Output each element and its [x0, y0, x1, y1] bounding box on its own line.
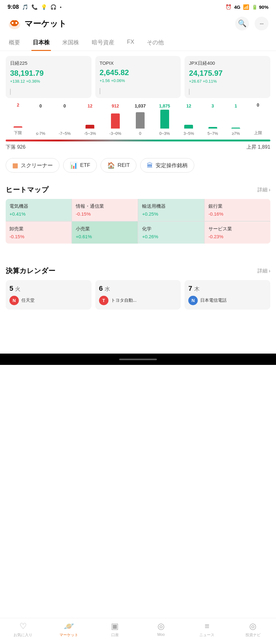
heatmap-pct-0: +0.41%: [9, 211, 68, 217]
dist-col-0: 2 下限: [14, 102, 22, 136]
dist-col-5: 1,037 0: [135, 103, 146, 136]
nikkei-value: 38,191.79: [10, 69, 87, 78]
dist-bar-3: [86, 125, 94, 129]
index-card-jpx400[interactable]: JPX日経400 24,175.97 +26.67 +0.11%: [185, 56, 270, 98]
nikkei-name: 日経225: [10, 60, 87, 66]
heatmap-cell-0[interactable]: 電気機器 +0.41%: [6, 199, 71, 221]
nav-market-label: マーケット: [59, 632, 78, 638]
system-bar: [0, 354, 276, 365]
calendar-day-5[interactable]: 5 火 N 任天堂: [6, 280, 91, 310]
heatmap-label-1: 情報・通信業: [76, 203, 134, 209]
nav-moo[interactable]: ◎ Moo: [148, 621, 174, 638]
dist-count-2: 0: [63, 103, 66, 108]
header-left: マーケット: [8, 17, 67, 30]
topix-name: TOPIX: [100, 60, 177, 66]
nav-investment[interactable]: ◎ 投資ナビ: [240, 621, 266, 638]
dist-bar-9: [231, 128, 240, 129]
ntt-logo: N: [188, 296, 198, 305]
tab-fx[interactable]: FX: [126, 36, 135, 51]
tab-bar: 概要 日本株 米国株 暗号資産 FX その他: [0, 36, 276, 51]
screener-button[interactable]: ▦ スクリーナー: [6, 158, 59, 173]
stable-stocks-button[interactable]: 🏛 安定操作銘柄: [140, 158, 194, 173]
heatmap-cell-6[interactable]: 化学 +0.26%: [138, 222, 204, 244]
calendar-day-7[interactable]: 7 木 N 日本電信電話: [185, 280, 270, 310]
etf-button[interactable]: 📊 ETF: [63, 158, 97, 173]
nav-news-label: ニュース: [199, 632, 214, 638]
dist-barwrap-2: [60, 110, 69, 129]
etf-icon: 📊: [70, 162, 78, 169]
tab-other[interactable]: その他: [146, 36, 165, 51]
nintendo-logo: N: [9, 296, 19, 305]
fall-rise-row: 下落 926 上昇 1,891: [0, 144, 276, 151]
heatmap-cell-5[interactable]: 小売業 +0.61%: [72, 222, 138, 244]
calendar-detail-link[interactable]: 詳細 ›: [257, 268, 270, 274]
planet-icon: 🪐: [64, 621, 74, 631]
status-bar: 9:08 🎵 📞 💡 🎧 ● ⏰ 4G 📶 🔋 90%: [0, 0, 276, 13]
heatmap-label-2: 輸送用機器: [142, 203, 200, 209]
nav-market[interactable]: 🪐 マーケット: [56, 621, 81, 638]
heatmap-pct-4: -0.15%: [9, 234, 68, 239]
app-header: マーケット 🔍 ···: [0, 13, 276, 36]
color-gradient-bar: [6, 140, 270, 141]
moo-icon: ◎: [157, 621, 165, 631]
nikkei-chart: [10, 86, 87, 95]
tab-japan-stocks[interactable]: 日本株: [31, 36, 51, 51]
nav-news[interactable]: ≡ ニュース: [194, 621, 219, 638]
tab-crypto[interactable]: 暗号資産: [91, 36, 116, 51]
nav-account[interactable]: ▣ 口座: [102, 621, 128, 638]
dist-barwrap-8: [208, 110, 217, 129]
nav-favorites[interactable]: ♡ お気に入り: [10, 621, 36, 638]
chevron-right-icon: ›: [269, 187, 270, 193]
jpx400-name: JPX日経400: [189, 60, 266, 66]
page-title: マーケット: [25, 18, 67, 29]
index-card-topix[interactable]: TOPIX 2,645.82 +1.56 +0.06%: [95, 56, 181, 98]
status-time: 9:08 🎵 📞 💡 🎧 ●: [8, 4, 62, 10]
dist-label-7: 3~5%: [184, 131, 194, 136]
dist-bar-5: [136, 112, 145, 129]
more-icon: ···: [260, 20, 263, 27]
heatmap-label-7: サービス業: [208, 226, 267, 232]
calendar-title: 決算カレンダー: [6, 266, 55, 276]
audio-icon: 🎧: [50, 4, 57, 10]
battery-label: 🔋 90%: [252, 4, 268, 10]
menu-button[interactable]: ···: [255, 17, 268, 30]
topix-change: +1.56 +0.06%: [100, 78, 177, 83]
dist-label-1: ≤-7%: [36, 131, 45, 136]
search-button[interactable]: 🔍: [235, 17, 249, 30]
heatmap-detail-link[interactable]: 詳細 ›: [257, 187, 270, 193]
chevron-right-icon: ›: [269, 268, 270, 274]
dot-icon: ●: [60, 5, 62, 9]
cal-day-5: 5 火: [9, 284, 88, 293]
index-card-nikkei[interactable]: 日経225 38,191.79 +138.12 +0.36%: [6, 56, 91, 98]
etf-label: ETF: [80, 162, 90, 168]
reit-button[interactable]: 🏠 REIT: [101, 158, 136, 173]
svg-point-2: [15, 22, 17, 24]
nav-investment-label: 投資ナビ: [246, 632, 261, 638]
heatmap-cell-1[interactable]: 情報・通信業 -0.15%: [72, 199, 138, 221]
calendar-day-6[interactable]: 6 水 T トヨタ自動...: [95, 280, 181, 310]
heatmap-pct-5: +0.61%: [76, 234, 134, 239]
tab-overview[interactable]: 概要: [8, 36, 21, 51]
dist-label-5: 0: [139, 131, 141, 136]
tab-us-stocks[interactable]: 米国株: [61, 36, 80, 51]
heatmap-label-5: 小売業: [76, 226, 134, 232]
topix-chart: [100, 85, 177, 94]
dist-col-4: 912 -3~0%: [109, 103, 121, 136]
dist-bars-container: 2 下限 0 ≤-7% 0 -7~5% 12: [6, 104, 270, 136]
dist-count-9: 1: [235, 103, 237, 108]
dist-barwrap-7: [184, 110, 193, 129]
heatmap-cell-2[interactable]: 輸送用機器 +0.25%: [138, 199, 204, 221]
nintendo-name: 任天堂: [21, 298, 35, 303]
chart-line: [10, 89, 11, 95]
dist-label-2: -7~5%: [59, 131, 71, 136]
tool-buttons-section: ▦ スクリーナー 📊 ETF 🏠 REIT 🏛 安定操作銘柄: [0, 158, 276, 173]
heatmap-cell-7[interactable]: サービス業 -0.23%: [205, 222, 270, 244]
time-display: 9:08: [8, 4, 19, 10]
dist-count-3: 12: [87, 103, 92, 108]
dist-label-10: 上限: [254, 130, 262, 136]
heatmap-cell-4[interactable]: 卸売業 -0.15%: [6, 222, 71, 244]
fall-count: 下落 926: [6, 144, 25, 151]
header-actions: 🔍 ···: [235, 17, 268, 30]
heatmap-cell-3[interactable]: 銀行業 -0.16%: [205, 199, 270, 221]
dist-col-6: 1,875 0~3%: [159, 103, 170, 136]
